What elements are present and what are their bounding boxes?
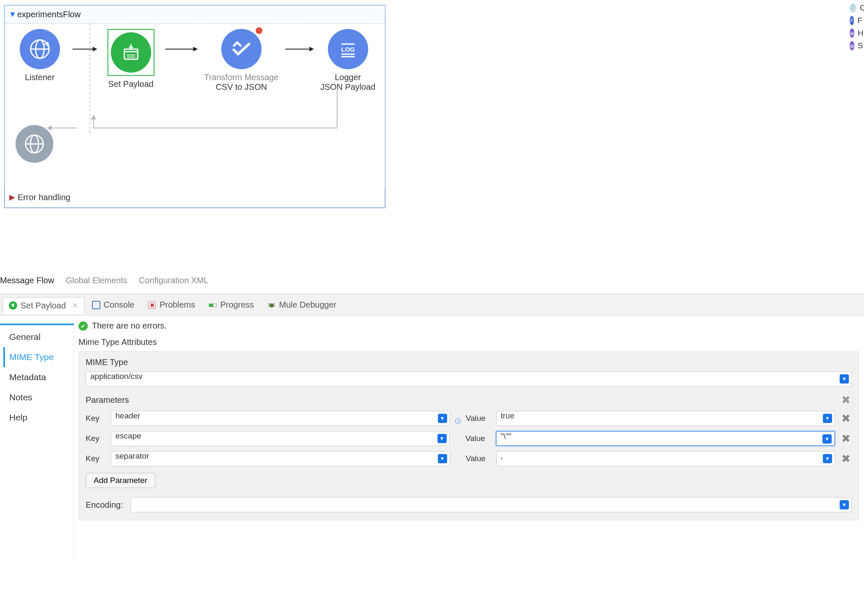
- progress-icon: [209, 301, 217, 309]
- selection-ring: [107, 29, 154, 76]
- node-set-payload[interactable]: Set Payload: [98, 29, 164, 89]
- chevron-down-icon[interactable]: ▼: [438, 454, 447, 463]
- listener-icon: [20, 29, 60, 69]
- param-value-label-2: Value: [466, 454, 491, 463]
- param-key-combo-2[interactable]: separator ▼: [111, 451, 450, 466]
- chevron-down-icon[interactable]: ▼: [823, 454, 832, 463]
- tab-global-elements[interactable]: Global Elements: [66, 276, 128, 285]
- svg-line-30: [269, 303, 270, 305]
- tab-progress[interactable]: Progress: [203, 297, 260, 313]
- param-key-combo-0[interactable]: header ▼: [111, 411, 450, 426]
- param-key-value-0: header: [115, 411, 140, 420]
- tab-set-payload[interactable]: Set Payload ✕: [3, 297, 84, 314]
- svg-marker-14: [309, 47, 314, 51]
- param-value-combo-1[interactable]: "\"" ▼: [496, 431, 835, 446]
- sidenav-item-general[interactable]: General: [9, 327, 73, 347]
- mime-type-group: MIME Type application/csv ▼ Parameters ✖…: [79, 351, 859, 520]
- param-value-combo-0[interactable]: true ▼: [496, 411, 835, 426]
- palette-item-2[interactable]: ⊕H: [848, 27, 864, 39]
- param-delete-0[interactable]: ✖: [840, 412, 852, 424]
- info-icon: ⓘ: [455, 418, 461, 425]
- chevron-down-icon[interactable]: ▼: [840, 500, 849, 509]
- bottom-panel-tabs: Set Payload ✕ Console ✖ Problems Progres…: [0, 294, 864, 316]
- encoding-label: Encoding:: [86, 500, 123, 510]
- param-value-combo-2[interactable]: , ▼: [496, 451, 835, 466]
- section-title: Mime Type Attributes: [79, 335, 859, 351]
- palette-item-0-label: C: [860, 3, 864, 13]
- logger-icon: LOG: [328, 29, 368, 69]
- palette-item-2-label: H: [858, 29, 864, 38]
- param-key-value-1: escape: [115, 431, 141, 440]
- palette-item-3[interactable]: ⊕S: [848, 39, 864, 52]
- tab-message-flow[interactable]: Message Flow: [0, 276, 54, 285]
- mime-type-value: application/csv: [90, 372, 143, 381]
- svg-marker-19: [91, 115, 96, 120]
- disclosure-down-icon[interactable]: ▼: [9, 10, 16, 19]
- tab-problems[interactable]: ✖ Problems: [142, 297, 201, 313]
- node-transform-message[interactable]: Transform Message CSV to JSON: [199, 29, 284, 92]
- param-key-label-0: Key: [86, 414, 106, 423]
- flow-title-bar[interactable]: ▼ experimentsFlow: [5, 5, 385, 24]
- node-logger[interactable]: LOG Logger JSON Payload: [315, 29, 381, 92]
- svg-text:✖: ✖: [150, 302, 154, 308]
- palette-item-0[interactable]: 🐇C: [848, 2, 864, 14]
- svg-rect-28: [209, 304, 213, 307]
- tab-configuration-xml[interactable]: Configuration XML: [139, 276, 209, 285]
- encoding-combo[interactable]: ▼: [131, 497, 852, 512]
- chevron-down-icon[interactable]: ▼: [438, 414, 447, 423]
- svg-text:LOG: LOG: [341, 46, 355, 53]
- param-row-2: Key separator ▼ ⓘ Value , ▼ ✖: [86, 451, 852, 466]
- palette-item-3-label: S: [858, 41, 863, 50]
- node-response[interactable]: [16, 125, 53, 163]
- node-logger-label1: Logger: [335, 73, 361, 82]
- editor-bottom-tabs: Message Flow Global Elements Configurati…: [0, 271, 217, 290]
- node-listener[interactable]: Listener: [9, 29, 71, 82]
- sidenav-item-metadata[interactable]: Metadata: [9, 367, 73, 387]
- palette-item-1[interactable]: FF: [848, 14, 864, 27]
- flow-container: ▼ experimentsFlow Listener: [4, 5, 385, 208]
- node-set-payload-label: Set Payload: [108, 79, 154, 89]
- mime-type-label: MIME Type: [86, 358, 852, 367]
- param-value-value-1: "\"": [501, 432, 512, 441]
- status-bar: ✔ There are no errors.: [79, 320, 859, 335]
- arrow-2: [164, 29, 199, 69]
- sidenav-item-notes[interactable]: Notes: [9, 387, 73, 407]
- node-transform-label1: Transform Message: [204, 73, 278, 82]
- chevron-down-icon[interactable]: ▼: [822, 434, 832, 444]
- add-parameter-button[interactable]: Add Parameter: [86, 473, 155, 488]
- tab-console[interactable]: Console: [86, 297, 140, 313]
- param-row-1: Key escape ▼ ⓘ Value "\"" ▼ ✖: [86, 431, 852, 446]
- tab-mule-debugger-label: Mule Debugger: [279, 300, 337, 310]
- param-delete-2[interactable]: ✖: [840, 453, 852, 465]
- breakpoint-indicator-icon: [256, 27, 262, 34]
- tab-set-payload-label: Set Payload: [21, 301, 66, 311]
- tab-console-label: Console: [104, 300, 134, 310]
- param-delete-1[interactable]: ✖: [840, 433, 852, 444]
- sidenav-item-mime-type[interactable]: MIME Type: [3, 347, 73, 367]
- chevron-down-icon[interactable]: ▼: [823, 414, 832, 423]
- close-icon[interactable]: ✕: [72, 301, 78, 310]
- param-key-combo-1[interactable]: escape ▼: [111, 431, 450, 446]
- set-payload-tab-icon: [9, 301, 17, 310]
- mime-type-combo[interactable]: application/csv ▼: [86, 371, 852, 386]
- svg-marker-4: [92, 47, 97, 51]
- tab-problems-label: Problems: [160, 300, 195, 310]
- error-handling-label: Error handling: [18, 193, 71, 202]
- param-key-label-2: Key: [86, 454, 106, 463]
- palette-item-2-icon: ⊕: [850, 29, 854, 38]
- debugger-icon: [267, 301, 276, 309]
- error-handling-section[interactable]: ▶ Error handling: [5, 188, 385, 208]
- param-row-0: Key header ▼ ⓘ Value true ▼ ✖: [86, 411, 852, 426]
- palette-item-1-label: F: [857, 16, 862, 25]
- console-icon: [92, 301, 100, 309]
- chevron-down-icon[interactable]: ▼: [437, 434, 447, 443]
- transform-icon: [221, 29, 262, 69]
- chevron-down-icon[interactable]: ▼: [840, 374, 849, 384]
- arrow-3: [284, 29, 315, 69]
- parameters-clear-icon[interactable]: ✖: [840, 394, 852, 406]
- sidenav-item-help[interactable]: Help: [9, 407, 73, 428]
- source-processor-divider: [89, 24, 90, 133]
- disclosure-right-icon[interactable]: ▶: [9, 193, 15, 202]
- tab-mule-debugger[interactable]: Mule Debugger: [262, 297, 343, 313]
- parameters-label: Parameters: [86, 395, 129, 405]
